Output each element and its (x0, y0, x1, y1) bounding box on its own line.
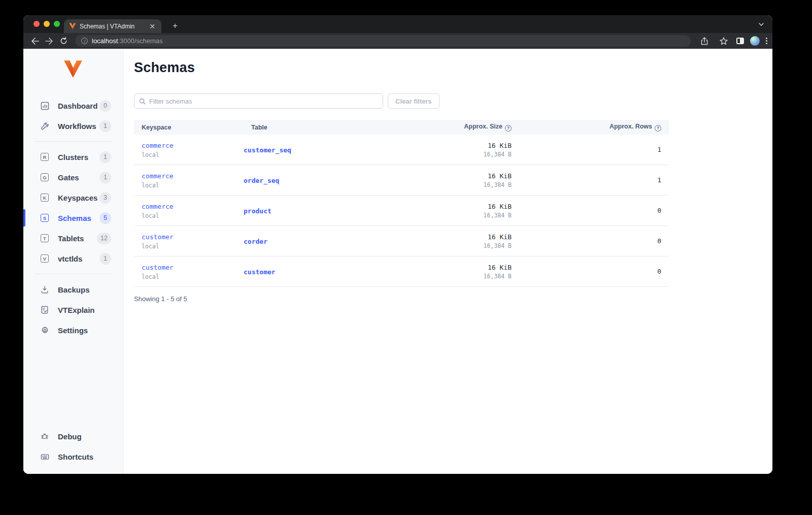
sidebar-item-vtexplain[interactable]: VTExplain (23, 300, 123, 320)
rows-cell: 0 (517, 268, 669, 275)
browser-tab-strip: Schemas | VTAdmin ✕ + (23, 15, 772, 33)
size-help-icon[interactable]: ? (505, 125, 512, 132)
keyspace-cell: commerce local (134, 202, 244, 219)
bookmark-star-icon[interactable] (717, 35, 730, 47)
sidebar-item-debug[interactable]: Debug (23, 426, 123, 446)
cluster-label: local (142, 182, 244, 189)
size-bytes: 16,384 B (349, 212, 512, 219)
size-cell: 16 KiB 16,384 B (349, 172, 517, 188)
sidebar-divider (34, 141, 112, 142)
sidebar-item-label: Shortcuts (58, 453, 93, 461)
keyspace-link[interactable]: commerce (142, 203, 174, 210)
sidebar-item-gates[interactable]: G Gates 1 (23, 167, 123, 187)
new-tab-button[interactable]: + (168, 20, 182, 31)
table-row: customer local customer 16 KiB 16,384 B … (134, 256, 669, 287)
keyspace-link[interactable]: commerce (142, 172, 174, 180)
table-cell: order_seq (244, 176, 349, 185)
sidebar-item-label: Dashboard (58, 102, 97, 110)
table-link[interactable]: customer_seq (244, 146, 291, 154)
filter-input-container (134, 93, 383, 109)
table-cell: customer_seq (244, 145, 349, 154)
table-cell: customer (244, 267, 349, 276)
sidebar-item-vtctlds[interactable]: V vtctlds 1 (23, 248, 123, 269)
sidebar-item-dashboard[interactable]: Dashboard 0 (23, 95, 123, 116)
filter-schemas-input[interactable] (149, 98, 378, 105)
back-button[interactable] (28, 35, 42, 47)
table-header-row: Keyspace Table Approx. Size? Approx. Row… (134, 120, 669, 135)
size-bytes: 16,384 B (349, 151, 512, 158)
gear-icon (40, 326, 49, 335)
keyspace-cell: customer local (134, 263, 244, 280)
sidebar-item-tablets[interactable]: T Tablets 12 (23, 228, 123, 248)
filter-row: Clear filters (134, 93, 772, 109)
sidebar-badge: 0 (99, 100, 111, 112)
sidebar-item-settings[interactable]: Settings (23, 320, 123, 340)
sidebar-badge: 1 (99, 151, 111, 163)
sidebar-item-label: Schemas (58, 214, 91, 222)
tab-search-chevron-icon[interactable] (758, 20, 764, 29)
rows-value: 0 (517, 237, 661, 245)
tab-close-icon[interactable]: ✕ (147, 22, 157, 31)
table-link[interactable]: product (244, 207, 272, 215)
sidebar-item-keyspaces[interactable]: K Keyspaces 3 (23, 187, 123, 208)
tablet-letter-icon: T (40, 234, 49, 243)
app-content: Dashboard 0 Workflows 1 R Clusters (23, 49, 772, 474)
sidebar-bottom-nav: Debug Shortcuts (23, 426, 123, 467)
reload-button[interactable] (57, 35, 70, 47)
sidebar-item-label: Keyspaces (58, 194, 97, 202)
sidebar-item-label: Tablets (58, 234, 84, 243)
schema-letter-icon: S (40, 213, 49, 222)
browser-menu-icon[interactable] (766, 38, 767, 44)
search-icon (139, 98, 146, 105)
browser-tab[interactable]: Schemas | VTAdmin ✕ (64, 19, 161, 33)
sidebar-item-workflows[interactable]: Workflows 1 (23, 116, 123, 136)
rows-help-icon[interactable]: ? (655, 125, 661, 132)
sidebar-badge: 1 (99, 120, 111, 132)
share-icon[interactable] (698, 35, 711, 47)
active-indicator (23, 209, 25, 227)
zoom-window-button[interactable] (54, 21, 60, 27)
column-header-size: Approx. Size? (349, 123, 517, 132)
browser-window: Schemas | VTAdmin ✕ + i localhost:3000/s… (23, 15, 772, 474)
keyboard-icon (40, 452, 49, 461)
sidebar-item-shortcuts[interactable]: Shortcuts (23, 446, 123, 467)
table-link[interactable]: order_seq (244, 177, 279, 184)
sidebar-nav: Dashboard 0 Workflows 1 R Clusters (23, 95, 123, 340)
minimize-window-button[interactable] (44, 21, 50, 27)
sidebar-badge: 1 (99, 172, 111, 183)
side-panel-icon[interactable] (736, 38, 744, 44)
sidebar-item-schemas[interactable]: S Schemas 5 (23, 208, 123, 228)
keyspace-link[interactable]: commerce (142, 142, 174, 149)
clear-filters-button[interactable]: Clear filters (388, 93, 439, 109)
sidebar-badge: 5 (99, 212, 111, 224)
size-cell: 16 KiB 16,384 B (349, 264, 517, 280)
sidebar-divider (34, 274, 112, 274)
rows-value: 1 (517, 176, 661, 184)
table-cell: product (244, 206, 349, 215)
table-link[interactable]: customer (244, 268, 276, 276)
sidebar-item-label: Backups (58, 285, 90, 294)
sidebar-item-label: Settings (58, 326, 88, 335)
size-value: 16 KiB (349, 142, 512, 149)
vitess-logo[interactable] (63, 58, 83, 80)
window-controls (33, 21, 60, 27)
keyspace-link[interactable]: customer (142, 233, 174, 241)
table-link[interactable]: corder (244, 238, 267, 245)
close-window-button[interactable] (33, 21, 40, 27)
address-bar[interactable]: i localhost:3000/schemas (75, 35, 691, 47)
keyspace-cell: commerce local (134, 141, 244, 158)
keyspace-link[interactable]: customer (142, 264, 174, 271)
table-row: commerce local product 16 KiB 16,384 B 0 (134, 196, 669, 226)
sidebar-item-clusters[interactable]: R Clusters 1 (23, 147, 123, 167)
vtctld-letter-icon: V (40, 254, 49, 263)
cluster-letter-icon: R (40, 152, 49, 162)
sidebar: Dashboard 0 Workflows 1 R Clusters (23, 49, 123, 474)
forward-button[interactable] (43, 35, 56, 47)
rows-cell: 0 (517, 237, 669, 245)
site-info-icon[interactable]: i (81, 38, 88, 44)
size-cell: 16 KiB 16,384 B (349, 233, 517, 249)
profile-avatar[interactable] (750, 36, 760, 46)
size-cell: 16 KiB 16,384 B (349, 142, 517, 158)
cluster-label: local (142, 212, 244, 219)
sidebar-item-backups[interactable]: Backups (23, 279, 123, 300)
